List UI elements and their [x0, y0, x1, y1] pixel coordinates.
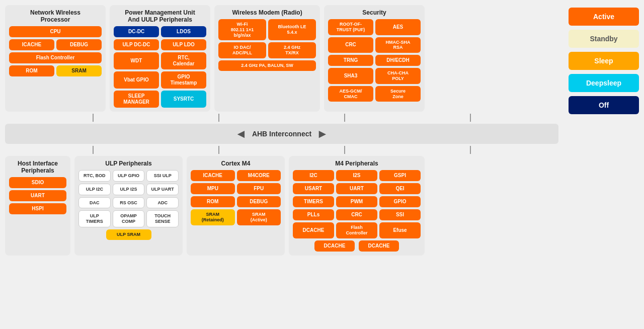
sec-row-2: CRC HMAC-SHARSA	[328, 37, 421, 53]
hi-row-1: SDIO	[9, 177, 66, 188]
hi-sdio: SDIO	[9, 177, 66, 188]
legend-deepsleep[interactable]: Deepsleep	[569, 74, 639, 92]
m4p-uart: UART	[336, 183, 377, 194]
hi-grid: SDIO UART HSPI	[9, 177, 66, 214]
sec-row-4: SHA3 CHA-CHAPOLY	[328, 68, 421, 84]
ulp-row-4: ULPTIMERS OPAMPCOMP TOUCHSENSE	[78, 210, 179, 227]
legend-sleep[interactable]: Sleep	[569, 52, 639, 70]
connector-top	[5, 114, 558, 122]
ulp-i2c: ULP I2C	[78, 184, 111, 195]
ahb-row: ◄ AHB Interconnect ►	[5, 124, 558, 144]
m4p-qei: QEI	[379, 183, 421, 194]
cm4-rom: ROM	[191, 196, 235, 207]
ulp-rtc-bod: RTC, BOD	[78, 170, 111, 182]
sec-trng: TRNG	[328, 55, 373, 66]
cm4-row-1: ICACHE M4CORE	[191, 170, 281, 181]
m4p-row-6: DCACHE DCACHE	[293, 240, 421, 252]
wm-block: Wireless Modem (Radio) Wi-Fi802.11 1×1b/…	[214, 5, 320, 112]
m4p-row-2: USART UART QEI	[293, 183, 421, 194]
nwp-sram: SRAM	[56, 65, 102, 76]
m4p-crc: CRC	[336, 209, 377, 220]
ulp-block: ULP Peripherals RTC, BOD ULP GPIO SSI UL…	[74, 156, 183, 256]
wm-io-dac: IO DAC/ADC/PLL	[218, 42, 266, 58]
ulp-row-5: ULP SRAM	[78, 229, 179, 240]
pmu-gpio-timestamp: GPIOTimestamp	[161, 71, 206, 89]
sec-aes-gcm: AES-GCM/CMAC	[328, 86, 373, 102]
m4p-row-5: DCACHE FlashController Efuse	[293, 222, 421, 238]
ulp-adc: ADC	[146, 197, 179, 209]
m4p-title: M4 Peripherals	[293, 160, 421, 167]
pmu-ldos: LDOS	[161, 26, 206, 37]
ulp-gpio: ULP GPIO	[113, 170, 145, 182]
nwp-title: Network WirelessProcessor	[9, 9, 102, 23]
ulp-title: ULP Peripherals	[78, 160, 179, 167]
diagram-area: Network WirelessProcessor CPU ICACHE DEB…	[0, 0, 564, 329]
main-container: Network WirelessProcessor CPU ICACHE DEB…	[0, 0, 644, 329]
ulp-sram: ULP SRAM	[106, 229, 151, 240]
nwp-flash-controller: Flash Controller	[9, 52, 102, 63]
nwp-row-1: CPU	[9, 26, 102, 37]
hi-block: Host InterfacePeripherals SDIO UART HSPI	[5, 156, 70, 256]
pmu-dcdc: DC-DC	[114, 26, 159, 37]
ulp-row-3: DAC RS OSC ADC	[78, 197, 179, 209]
sec-sha3: SHA3	[328, 68, 373, 84]
cm4-icache: ICACHE	[191, 170, 235, 181]
legend-off[interactable]: Off	[569, 96, 639, 114]
ulp-dac: DAC	[78, 197, 111, 209]
pmu-wdt: WDT	[114, 52, 159, 69]
vline-2	[218, 114, 219, 122]
m4p-i2c: I2C	[293, 170, 334, 181]
ulp-row-1: RTC, BOD ULP GPIO SSI ULP	[78, 170, 179, 182]
m4p-plls: PLLs	[293, 209, 334, 220]
sec-crc: CRC	[328, 37, 373, 53]
vline-8	[470, 146, 471, 154]
legend-active[interactable]: Active	[569, 8, 639, 26]
sec-hmac-sha: HMAC-SHARSA	[375, 37, 421, 53]
cm4-debug: DEBUG	[237, 196, 281, 207]
ulp-ssi: SSI ULP	[146, 170, 179, 182]
m4p-dcache1: DCACHE	[293, 222, 334, 238]
cm4-block: Cortex M4 ICACHE M4CORE MPU FPU ROM DEBU…	[187, 156, 285, 256]
m4p-row-1: I2C I2S GSPI	[293, 170, 421, 181]
sec-block: Security ROOT-OF-TRUST (PUF) AES CRC HMA…	[324, 5, 425, 112]
sec-row-1: ROOT-OF-TRUST (PUF) AES	[328, 19, 421, 35]
pmu-rtc-cal: RTC,Calendar	[161, 52, 206, 69]
wm-24ghz-pa: 2.4 GHz PA, BALUN, SW	[218, 60, 316, 71]
ahb-arrow-right: ►	[316, 127, 329, 141]
wm-title: Wireless Modem (Radio)	[218, 9, 316, 16]
vline-4	[470, 114, 471, 122]
m4p-ssi: SSI	[379, 209, 421, 220]
sec-row-5: AES-GCM/CMAC SecureZone	[328, 86, 421, 102]
pmu-row-3: WDT RTC,Calendar	[114, 52, 206, 69]
vline-1	[93, 114, 94, 122]
legend-standby[interactable]: Standby	[569, 30, 639, 48]
m4p-gspi: GSPI	[379, 170, 421, 181]
ulp-rs-osc: RS OSC	[113, 197, 145, 209]
m4p-grid: I2C I2S GSPI USART UART QEI TIMERS PWM G…	[293, 170, 421, 252]
hi-row-2: UART	[9, 190, 66, 201]
nwp-row-2: ICACHE DEBUG	[9, 39, 102, 50]
m4p-timers: TIMERS	[293, 196, 334, 207]
m4p-flash-ctrl: FlashController	[336, 222, 377, 238]
cm4-sram-retained: SRAM(Retained)	[191, 209, 235, 225]
pmu-row-5: SLEEPMANAGER SYSRTC	[114, 91, 206, 108]
ahb-arrow-left: ◄	[235, 127, 247, 141]
ulp-timers: ULPTIMERS	[78, 210, 111, 227]
cm4-grid: ICACHE M4CORE MPU FPU ROM DEBUG SRAM(Ret…	[191, 170, 281, 225]
m4p-efuse: Efuse	[379, 222, 421, 238]
vline-3	[344, 114, 345, 122]
ulp-uart: ULP UART	[146, 184, 179, 195]
ahb-label: AHB Interconnect	[252, 130, 311, 138]
top-row: Network WirelessProcessor CPU ICACHE DEB…	[5, 5, 558, 112]
sec-title: Security	[328, 9, 421, 16]
cm4-m4core: M4CORE	[237, 170, 281, 181]
ulp-grid: RTC, BOD ULP GPIO SSI ULP ULP I2C ULP I2…	[78, 170, 179, 240]
bottom-row: Host InterfacePeripherals SDIO UART HSPI…	[5, 156, 558, 256]
legend-area: Active Standby Sleep Deepsleep Off	[564, 0, 644, 329]
wm-grid: Wi-Fi802.11 1×1b/g/n/ax Bluetooth LE5.4.…	[218, 19, 316, 71]
cm4-row-4: SRAM(Retained) SRAM(Active)	[191, 209, 281, 225]
m4p-dcache3: DCACHE	[359, 240, 399, 252]
vline-5	[93, 146, 94, 154]
pmu-sleep-manager: SLEEPMANAGER	[114, 91, 159, 108]
cm4-row-2: MPU FPU	[191, 183, 281, 194]
